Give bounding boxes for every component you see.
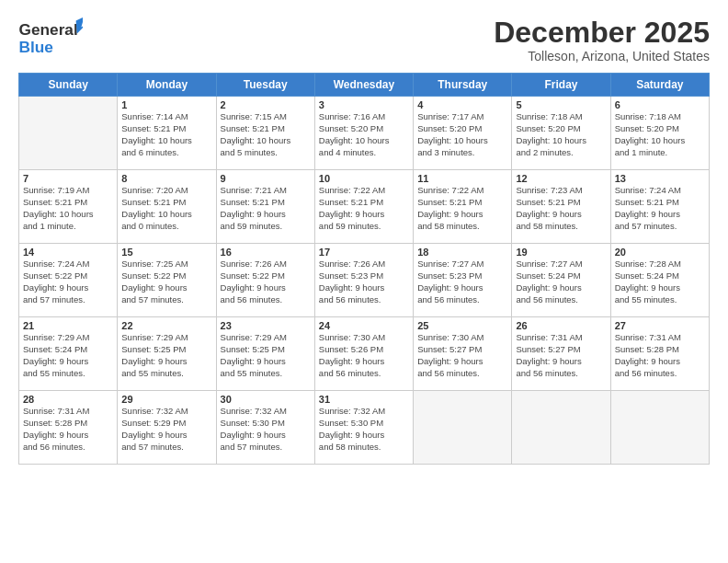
calendar-header-friday: Friday xyxy=(512,74,610,97)
day-number: 1 xyxy=(121,99,211,110)
calendar-cell: 10Sunrise: 7:22 AM Sunset: 5:21 PM Dayli… xyxy=(314,170,413,244)
day-detail: Sunrise: 7:32 AM Sunset: 5:30 PM Dayligh… xyxy=(319,406,409,453)
day-number: 21 xyxy=(23,320,113,331)
svg-text:General: General xyxy=(19,20,78,39)
day-detail: Sunrise: 7:18 AM Sunset: 5:20 PM Dayligh… xyxy=(615,111,705,158)
day-detail: Sunrise: 7:22 AM Sunset: 5:21 PM Dayligh… xyxy=(417,185,507,232)
day-detail: Sunrise: 7:31 AM Sunset: 5:27 PM Dayligh… xyxy=(516,332,606,379)
calendar-week-4: 21Sunrise: 7:29 AM Sunset: 5:24 PM Dayli… xyxy=(19,317,710,391)
day-detail: Sunrise: 7:30 AM Sunset: 5:27 PM Dayligh… xyxy=(417,332,507,379)
calendar-cell: 16Sunrise: 7:26 AM Sunset: 5:22 PM Dayli… xyxy=(216,244,314,317)
calendar-cell: 7Sunrise: 7:19 AM Sunset: 5:21 PM Daylig… xyxy=(19,170,118,244)
calendar-cell xyxy=(512,391,610,465)
day-number: 22 xyxy=(121,320,211,331)
calendar-cell: 13Sunrise: 7:24 AM Sunset: 5:21 PM Dayli… xyxy=(610,170,709,244)
calendar-cell: 1Sunrise: 7:14 AM Sunset: 5:21 PM Daylig… xyxy=(118,97,216,170)
svg-text:Blue: Blue xyxy=(19,38,53,56)
day-detail: Sunrise: 7:20 AM Sunset: 5:21 PM Dayligh… xyxy=(121,185,211,232)
calendar-cell: 2Sunrise: 7:15 AM Sunset: 5:21 PM Daylig… xyxy=(216,97,314,170)
calendar-cell: 18Sunrise: 7:27 AM Sunset: 5:23 PM Dayli… xyxy=(414,244,512,317)
day-number: 11 xyxy=(417,173,507,184)
header: General Blue December 2025 Tolleson, Ari… xyxy=(18,17,710,63)
day-detail: Sunrise: 7:27 AM Sunset: 5:23 PM Dayligh… xyxy=(417,259,507,305)
calendar-cell: 21Sunrise: 7:29 AM Sunset: 5:24 PM Dayli… xyxy=(19,317,118,391)
calendar-header-wednesday: Wednesday xyxy=(314,74,413,97)
calendar-cell: 15Sunrise: 7:25 AM Sunset: 5:22 PM Dayli… xyxy=(118,244,216,317)
day-detail: Sunrise: 7:28 AM Sunset: 5:24 PM Dayligh… xyxy=(615,259,705,305)
calendar-cell: 4Sunrise: 7:17 AM Sunset: 5:20 PM Daylig… xyxy=(414,97,512,170)
day-detail: Sunrise: 7:29 AM Sunset: 5:25 PM Dayligh… xyxy=(221,332,311,379)
title-area: December 2025 Tolleson, Arizona, United … xyxy=(494,17,710,63)
day-detail: Sunrise: 7:29 AM Sunset: 5:24 PM Dayligh… xyxy=(23,332,113,379)
day-detail: Sunrise: 7:15 AM Sunset: 5:21 PM Dayligh… xyxy=(221,111,311,158)
calendar-header-sunday: Sunday xyxy=(19,74,118,97)
day-detail: Sunrise: 7:29 AM Sunset: 5:25 PM Dayligh… xyxy=(121,332,211,379)
calendar-cell: 19Sunrise: 7:27 AM Sunset: 5:24 PM Dayli… xyxy=(512,244,610,317)
page: General Blue December 2025 Tolleson, Ari… xyxy=(0,0,728,563)
calendar-cell: 24Sunrise: 7:30 AM Sunset: 5:26 PM Dayli… xyxy=(314,317,413,391)
calendar-cell: 25Sunrise: 7:30 AM Sunset: 5:27 PM Dayli… xyxy=(414,317,512,391)
calendar-cell: 14Sunrise: 7:24 AM Sunset: 5:22 PM Dayli… xyxy=(19,244,118,317)
day-detail: Sunrise: 7:27 AM Sunset: 5:24 PM Dayligh… xyxy=(516,259,606,305)
day-detail: Sunrise: 7:23 AM Sunset: 5:21 PM Dayligh… xyxy=(516,185,606,232)
day-number: 25 xyxy=(417,320,507,331)
day-number: 24 xyxy=(319,320,409,331)
day-number: 3 xyxy=(319,99,409,110)
day-number: 10 xyxy=(319,173,409,184)
calendar-cell: 20Sunrise: 7:28 AM Sunset: 5:24 PM Dayli… xyxy=(610,244,709,317)
calendar-cell xyxy=(414,391,512,465)
calendar-week-1: 1Sunrise: 7:14 AM Sunset: 5:21 PM Daylig… xyxy=(19,97,710,170)
day-number: 18 xyxy=(417,247,507,258)
day-number: 23 xyxy=(221,320,311,331)
day-detail: Sunrise: 7:25 AM Sunset: 5:22 PM Dayligh… xyxy=(121,259,211,305)
calendar-table: SundayMondayTuesdayWednesdayThursdayFrid… xyxy=(18,73,710,465)
calendar-header-saturday: Saturday xyxy=(610,74,709,97)
day-number: 26 xyxy=(516,320,606,331)
day-detail: Sunrise: 7:21 AM Sunset: 5:21 PM Dayligh… xyxy=(221,185,311,232)
day-number: 27 xyxy=(615,320,705,331)
calendar-week-5: 28Sunrise: 7:31 AM Sunset: 5:28 PM Dayli… xyxy=(19,391,710,465)
calendar-header-row: SundayMondayTuesdayWednesdayThursdayFrid… xyxy=(19,74,710,97)
day-number: 7 xyxy=(23,173,113,184)
calendar-cell: 26Sunrise: 7:31 AM Sunset: 5:27 PM Dayli… xyxy=(512,317,610,391)
calendar-header-monday: Monday xyxy=(118,74,216,97)
calendar-cell: 12Sunrise: 7:23 AM Sunset: 5:21 PM Dayli… xyxy=(512,170,610,244)
day-detail: Sunrise: 7:26 AM Sunset: 5:23 PM Dayligh… xyxy=(319,259,409,305)
calendar-cell xyxy=(19,97,118,170)
logo: General Blue xyxy=(18,17,83,59)
calendar-week-2: 7Sunrise: 7:19 AM Sunset: 5:21 PM Daylig… xyxy=(19,170,710,244)
calendar-cell: 9Sunrise: 7:21 AM Sunset: 5:21 PM Daylig… xyxy=(216,170,314,244)
day-detail: Sunrise: 7:26 AM Sunset: 5:22 PM Dayligh… xyxy=(221,259,311,305)
calendar-cell: 28Sunrise: 7:31 AM Sunset: 5:28 PM Dayli… xyxy=(19,391,118,465)
calendar-header-tuesday: Tuesday xyxy=(216,74,314,97)
calendar-cell: 8Sunrise: 7:20 AM Sunset: 5:21 PM Daylig… xyxy=(118,170,216,244)
day-number: 2 xyxy=(221,99,311,110)
calendar-cell: 11Sunrise: 7:22 AM Sunset: 5:21 PM Dayli… xyxy=(414,170,512,244)
calendar-cell: 22Sunrise: 7:29 AM Sunset: 5:25 PM Dayli… xyxy=(118,317,216,391)
day-detail: Sunrise: 7:17 AM Sunset: 5:20 PM Dayligh… xyxy=(417,111,507,158)
subtitle: Tolleson, Arizona, United States xyxy=(494,49,710,63)
day-number: 19 xyxy=(516,247,606,258)
day-number: 16 xyxy=(221,247,311,258)
day-number: 29 xyxy=(121,394,211,405)
day-detail: Sunrise: 7:30 AM Sunset: 5:26 PM Dayligh… xyxy=(319,332,409,379)
day-detail: Sunrise: 7:24 AM Sunset: 5:21 PM Dayligh… xyxy=(615,185,705,232)
calendar-cell: 5Sunrise: 7:18 AM Sunset: 5:20 PM Daylig… xyxy=(512,97,610,170)
day-detail: Sunrise: 7:19 AM Sunset: 5:21 PM Dayligh… xyxy=(23,185,113,232)
calendar-cell: 3Sunrise: 7:16 AM Sunset: 5:20 PM Daylig… xyxy=(314,97,413,170)
day-detail: Sunrise: 7:14 AM Sunset: 5:21 PM Dayligh… xyxy=(121,111,211,158)
day-number: 15 xyxy=(121,247,211,258)
day-detail: Sunrise: 7:31 AM Sunset: 5:28 PM Dayligh… xyxy=(23,406,113,453)
calendar-cell xyxy=(610,391,709,465)
day-detail: Sunrise: 7:18 AM Sunset: 5:20 PM Dayligh… xyxy=(516,111,606,158)
day-number: 20 xyxy=(615,247,705,258)
day-number: 13 xyxy=(615,173,705,184)
calendar-cell: 30Sunrise: 7:32 AM Sunset: 5:30 PM Dayli… xyxy=(216,391,314,465)
day-detail: Sunrise: 7:32 AM Sunset: 5:29 PM Dayligh… xyxy=(121,406,211,453)
day-number: 6 xyxy=(615,99,705,110)
day-number: 8 xyxy=(121,173,211,184)
calendar-week-3: 14Sunrise: 7:24 AM Sunset: 5:22 PM Dayli… xyxy=(19,244,710,317)
day-number: 31 xyxy=(319,394,409,405)
day-number: 14 xyxy=(23,247,113,258)
calendar-cell: 31Sunrise: 7:32 AM Sunset: 5:30 PM Dayli… xyxy=(314,391,413,465)
